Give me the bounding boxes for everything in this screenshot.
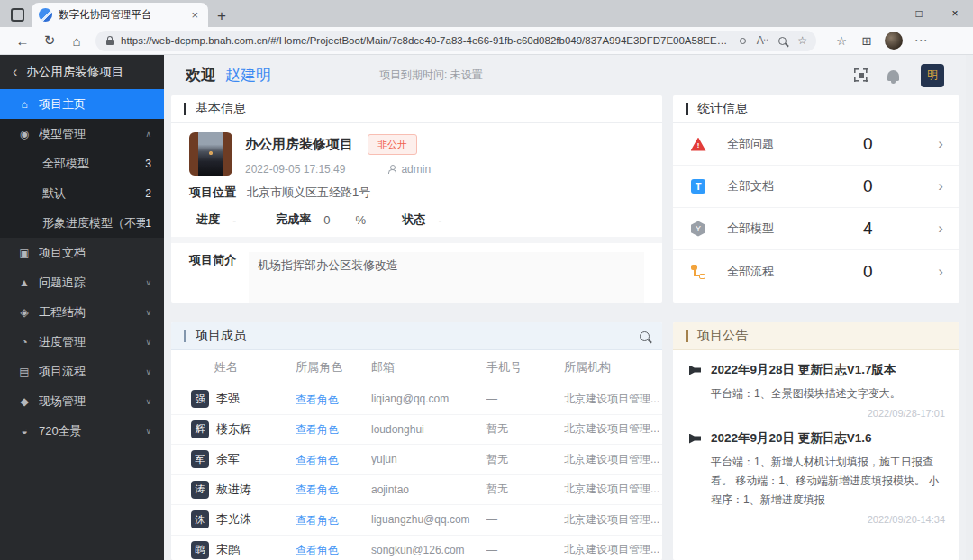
stat-value: 0 bbox=[805, 262, 931, 282]
stat-row[interactable]: 全部问题 0 › bbox=[673, 123, 959, 166]
browser-menu-icon[interactable]: ⋯ bbox=[908, 32, 933, 49]
view-role-link[interactable]: 查看角色 bbox=[296, 393, 339, 406]
back-icon[interactable]: ← bbox=[9, 33, 36, 49]
page-scrollbar[interactable] bbox=[966, 55, 973, 560]
zoom-out-icon[interactable] bbox=[778, 37, 787, 45]
sidebar-item[interactable]: 形象进度模型（不要删） 1 bbox=[0, 208, 164, 238]
card-accent-bar bbox=[184, 330, 186, 342]
announcement-time: 2022/09/20-14:34 bbox=[689, 514, 945, 525]
sidebar-item[interactable]: ◈ 工程结构 ∨ bbox=[0, 297, 164, 327]
notification-bell-icon[interactable] bbox=[887, 70, 899, 81]
member-row[interactable]: 辉 楼东辉 查看角色 loudonghui 暂无 北京建设项目管理... bbox=[171, 415, 662, 446]
search-icon[interactable] bbox=[640, 331, 650, 341]
view-role-link[interactable]: 查看角色 bbox=[296, 514, 339, 527]
sidebar-item[interactable]: ▤ 项目流程 ∨ bbox=[0, 357, 164, 386]
member-row[interactable]: 强 李强 查看角色 liqiang@qq.com — 北京建设项目管理... bbox=[171, 384, 662, 415]
sidebar-item[interactable]: ◆ 现场管理 ∨ bbox=[0, 386, 164, 416]
back-chevron-icon[interactable]: ‹ bbox=[13, 64, 17, 80]
member-phone: 暂无 bbox=[486, 421, 564, 437]
tab-close-icon[interactable]: × bbox=[188, 8, 201, 22]
progress-icon: ◔ bbox=[18, 336, 31, 348]
chevron-right-icon[interactable]: › bbox=[938, 263, 943, 281]
stat-row[interactable]: 全部模型 4 › bbox=[673, 208, 959, 250]
tab-actions-icon[interactable] bbox=[11, 8, 24, 22]
member-avatar: 强 bbox=[191, 390, 209, 408]
member-row[interactable]: 鹍 宋鹍 查看角色 songkun@126.com — 北京建设项目管理... bbox=[171, 536, 662, 560]
sidebar-item[interactable]: 全部模型 3 bbox=[0, 149, 164, 178]
maximize-button[interactable]: □ bbox=[901, 0, 937, 27]
browser-profile-avatar[interactable] bbox=[885, 32, 903, 50]
basic-info-title: 基本信息 bbox=[196, 101, 246, 117]
stat-row[interactable]: 全部文档 0 › bbox=[673, 166, 959, 208]
member-row[interactable]: 军 余军 查看角色 yujun 暂无 北京建设项目管理... bbox=[171, 445, 662, 475]
completion-value: 0 bbox=[323, 213, 330, 227]
stats-card: 统计信息 全部问题 0 › 全部文档 0 › 全部模型 4 › 全部流程 0 › bbox=[673, 95, 959, 303]
collections-icon[interactable]: ⊞ bbox=[854, 34, 879, 48]
browser-home-icon[interactable]: ⌂ bbox=[63, 33, 90, 49]
browser-tab[interactable]: 数字化协同管理平台 × bbox=[32, 3, 208, 27]
announcement-title: 2022年9月28日 更新日志V1.7版本 bbox=[711, 362, 896, 378]
member-name: 李强 bbox=[216, 391, 240, 407]
chevron-right-icon[interactable]: › bbox=[938, 135, 943, 153]
view-role-link[interactable]: 查看角色 bbox=[296, 544, 339, 556]
welcome-bar: 欢迎 赵建明 项目到期时间: 未设置 明 bbox=[164, 55, 973, 95]
sidebar-item[interactable]: 默认 2 bbox=[0, 178, 164, 208]
column-email: 邮箱 bbox=[371, 359, 486, 375]
member-email: liqiang@qq.com bbox=[371, 393, 486, 405]
new-tab-button[interactable]: + bbox=[217, 8, 226, 23]
chevron-icon: ∨ bbox=[145, 427, 151, 436]
column-role: 所属角色 bbox=[296, 359, 371, 375]
member-name: 楼东辉 bbox=[216, 421, 251, 438]
view-role-link[interactable]: 查看角色 bbox=[296, 483, 339, 496]
announcements-body: 2022年9月28日 更新日志V1.7版本 平台端：1、全景图模块描述文字变大。… bbox=[673, 350, 959, 525]
fullscreen-icon[interactable] bbox=[854, 68, 868, 82]
close-button[interactable]: × bbox=[937, 0, 973, 27]
refresh-icon[interactable]: ↻ bbox=[36, 32, 63, 49]
member-name: 余军 bbox=[216, 451, 240, 467]
sidebar-item[interactable]: ▲ 问题追踪 ∨ bbox=[0, 267, 164, 297]
stat-row[interactable]: 全部流程 0 › bbox=[673, 250, 959, 293]
read-aloud-icon[interactable]: Aᵕ bbox=[757, 34, 768, 47]
panorama-icon: ◒ bbox=[18, 425, 31, 438]
sidebar-item[interactable]: ⌂ 项目主页 bbox=[0, 89, 164, 119]
project-thumbnail[interactable] bbox=[189, 132, 232, 176]
stat-value: 0 bbox=[805, 176, 931, 196]
announcement-body: 平台端：1、新增人材机计划填报，施工日报查看。 移动端：1、移动端新增进度填报模… bbox=[711, 453, 945, 510]
view-role-link[interactable]: 查看角色 bbox=[296, 423, 339, 436]
owner-name: admin bbox=[401, 163, 431, 176]
member-row[interactable]: 洙 李光洙 查看角色 liguangzhu@qq.com — 北京建设项目管理.… bbox=[171, 505, 662, 536]
stats-body: 全部问题 0 › 全部文档 0 › 全部模型 4 › 全部流程 0 › bbox=[673, 123, 959, 293]
view-role-link[interactable]: 查看角色 bbox=[296, 454, 339, 466]
password-key-icon[interactable] bbox=[740, 38, 746, 44]
chevron-icon: ∨ bbox=[145, 367, 151, 376]
warning-icon bbox=[691, 138, 706, 151]
member-phone: — bbox=[486, 393, 564, 405]
toolbar-right: ☆ ⊞ ⋯ bbox=[829, 32, 933, 50]
user-avatar[interactable]: 明 bbox=[921, 64, 944, 87]
description-text: 机场指挥部办公区装修改造 bbox=[249, 252, 644, 303]
minimize-button[interactable]: – bbox=[865, 0, 901, 27]
announcement-title: 2022年9月20日 更新日志V1.6 bbox=[711, 430, 872, 447]
url-text[interactable]: https://web-dcpmp.bnah.com.cn/#/Home/Pro… bbox=[121, 35, 729, 46]
url-bar[interactable]: https://web-dcpmp.bnah.com.cn/#/Home/Pro… bbox=[95, 31, 816, 51]
member-row[interactable]: 涛 敖进涛 查看角色 aojintao 暂无 北京建设项目管理... bbox=[171, 475, 662, 506]
sidebar-project-header[interactable]: ‹ 办公用房装修项目 bbox=[0, 55, 164, 89]
sidebar-item[interactable]: ▣ 项目文档 bbox=[0, 238, 164, 267]
member-org: 北京建设项目管理... bbox=[564, 452, 662, 467]
welcome-label: 欢迎 bbox=[186, 65, 216, 86]
user-name-link[interactable]: 赵建明 bbox=[225, 65, 271, 86]
sidebar-item[interactable]: ◉ 模型管理 ∧ bbox=[0, 119, 164, 149]
description-label: 项目简介 bbox=[189, 252, 236, 303]
announcements-title: 项目公告 bbox=[697, 328, 748, 344]
favorites-bar-icon[interactable]: ☆ bbox=[829, 34, 854, 48]
announcement-item[interactable]: 2022年9月28日 更新日志V1.7版本 平台端：1、全景图模块描述文字变大。… bbox=[673, 350, 959, 419]
sidebar-item[interactable]: ◒ 720全景 ∨ bbox=[0, 416, 164, 446]
member-org: 北京建设项目管理... bbox=[564, 421, 662, 437]
announcement-item[interactable]: 2022年9月20日 更新日志V1.6 平台端：1、新增人材机计划填报，施工日报… bbox=[673, 419, 959, 525]
favorite-star-icon[interactable]: ☆ bbox=[797, 34, 807, 47]
sidebar-item[interactable]: ◔ 进度管理 ∨ bbox=[0, 327, 164, 357]
chevron-right-icon[interactable]: › bbox=[938, 220, 943, 238]
stat-value: 0 bbox=[805, 134, 931, 154]
count-badge: 1 bbox=[145, 217, 151, 230]
chevron-right-icon[interactable]: › bbox=[938, 177, 943, 195]
